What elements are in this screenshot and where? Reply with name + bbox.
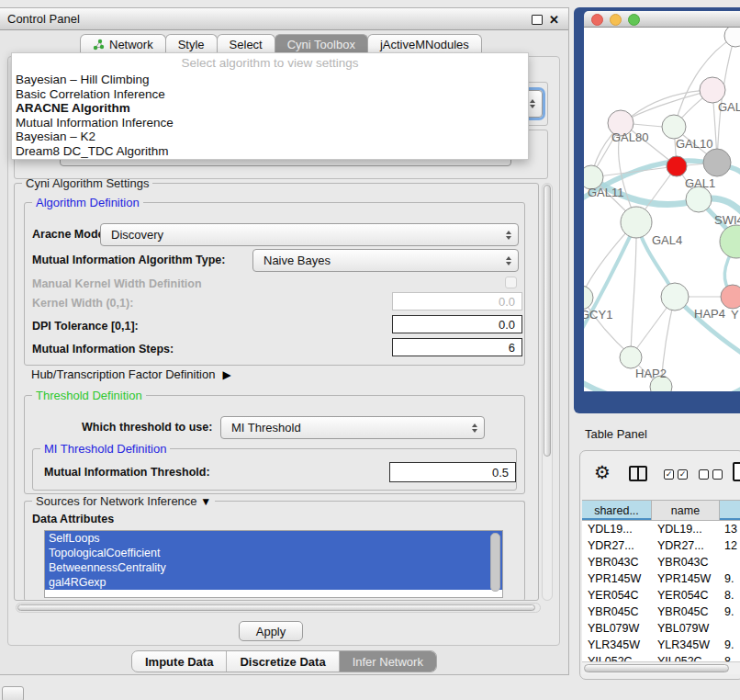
settings-vertical-scrollbar[interactable] xyxy=(542,183,553,601)
hscroll-thumb[interactable] xyxy=(17,604,535,611)
node-label: GCY1 xyxy=(584,308,612,322)
node-hap2[interactable] xyxy=(620,346,642,368)
manual-kernel-width-checkbox xyxy=(505,277,517,288)
node-hap4[interactable] xyxy=(661,283,689,310)
aracne-mode-value: Discovery xyxy=(111,228,163,242)
node-label: GAL1 xyxy=(685,176,715,190)
data-attributes-list[interactable]: SelfLoops TopologicalCoefficient Between… xyxy=(44,530,503,598)
algorithm-option[interactable]: Bayesian – Hill Climbing xyxy=(12,73,528,87)
table-panel: ⚙ ✓ ✓ shared... name A YDL19...YDL19...1… xyxy=(579,450,740,680)
node-salmon[interactable] xyxy=(721,285,740,309)
table-row[interactable]: YBR043CYBR043C xyxy=(582,554,740,570)
node-top-right[interactable] xyxy=(724,28,740,47)
deselect-all-icon[interactable] xyxy=(699,469,723,480)
aracne-mode-combobox[interactable]: Discovery xyxy=(100,223,519,246)
algorithm-definition-legend: Algorithm Definition xyxy=(32,196,143,209)
node-label: GAL80 xyxy=(611,130,648,144)
node-swi4[interactable] xyxy=(686,186,712,212)
column-header-name[interactable]: name xyxy=(652,501,720,521)
tab-style[interactable]: Style xyxy=(165,34,218,54)
cyni-algorithm-settings-group: Cyni Algorithm Settings Algorithm Defini… xyxy=(14,183,539,601)
node-label: GAL11 xyxy=(588,186,624,199)
network-glyph-icon xyxy=(93,39,105,51)
screenshot-stage: Control Panel ✕ Network Style Select Cyn… xyxy=(0,0,740,700)
hub-definition-expander[interactable]: Hub/Transcription Factor Definition ▶ xyxy=(31,367,231,381)
tab-select[interactable]: Select xyxy=(217,34,275,54)
attributes-list-scrollbar[interactable] xyxy=(490,533,500,592)
table-row[interactable]: YBL079WYBL079W xyxy=(582,620,740,637)
table-row[interactable]: YBR045CYBR045C9. xyxy=(582,604,740,620)
table-row[interactable]: YER054CYER054C8. xyxy=(582,587,740,604)
attribute-item[interactable]: SelfLoops xyxy=(45,531,502,546)
tab-cyni-toolbox[interactable]: Cyni Toolbox xyxy=(275,34,368,54)
edge xyxy=(591,166,677,177)
table-row[interactable]: YLR345WYLR345W9. xyxy=(582,637,740,653)
control-panel-window: Control Panel ✕ Network Style Select Cyn… xyxy=(0,7,569,675)
algorithm-option[interactable]: Basic Correlation Inference xyxy=(12,87,528,102)
network-window-titlebar[interactable] xyxy=(584,11,740,28)
tab-impute-data[interactable]: Impute Data xyxy=(132,651,226,672)
table-row[interactable]: YDR27...YDR27...12 xyxy=(582,537,740,554)
table-row[interactable]: YDL19...YDL19...13 xyxy=(582,521,740,537)
table-toolbar: ⚙ ✓ ✓ xyxy=(580,457,740,493)
mac-close-icon[interactable] xyxy=(591,14,603,26)
node-gray[interactable] xyxy=(703,149,731,176)
control-panel-titlebar: Control Panel ✕ xyxy=(0,8,568,30)
node-label: HAP2 xyxy=(635,367,667,380)
node-gcy1[interactable] xyxy=(584,286,593,310)
algorithm-option-selected[interactable]: ARACNE Algorithm xyxy=(12,101,528,116)
node-label: SWI4 xyxy=(714,213,740,227)
settings-horizontal-scrollbar[interactable] xyxy=(16,603,541,613)
tab-network[interactable]: Network xyxy=(80,34,166,54)
kernel-width-field: 0.0 xyxy=(392,292,522,310)
table-header-row: shared... name A xyxy=(582,500,740,521)
node-green-right[interactable] xyxy=(720,225,740,258)
node-gal-top[interactable] xyxy=(700,77,725,103)
mac-zoom-icon[interactable] xyxy=(628,14,640,26)
mi-threshold-definition-group: MI Threshold Definition Mutual Informati… xyxy=(32,448,517,491)
attribute-item[interactable]: BetweennessCentrality xyxy=(45,560,502,575)
node-gal4[interactable] xyxy=(621,207,652,238)
float-window-icon[interactable] xyxy=(532,15,543,25)
minimized-panel-icon[interactable] xyxy=(2,686,24,700)
tab-network-label: Network xyxy=(109,38,153,51)
column-header-partial[interactable]: A xyxy=(720,501,740,521)
table-hscroll-thumb[interactable] xyxy=(584,664,729,672)
tab-infer-network[interactable]: Infer Network xyxy=(339,651,436,672)
close-icon[interactable]: ✕ xyxy=(549,14,559,26)
algorithm-definition-group: Algorithm Definition Aracne Mode: Discov… xyxy=(24,202,525,366)
mac-minimize-icon[interactable] xyxy=(610,14,622,26)
network-view-window: GAL GAL80 GAL10 GAL1 GAL11 SWI4 GAL4 GCY… xyxy=(574,7,740,413)
vscroll-thumb[interactable] xyxy=(544,185,551,457)
select-all-icon[interactable]: ✓ ✓ xyxy=(664,469,688,480)
table-panel-title: Table Panel xyxy=(585,427,647,441)
node-gal10[interactable] xyxy=(662,115,686,139)
attribute-item[interactable]: gal4RGexp xyxy=(45,575,502,590)
new-document-icon[interactable] xyxy=(733,462,740,481)
tab-discretize-data[interactable]: Discretize Data xyxy=(226,651,338,672)
attribute-item[interactable]: TopologicalCoefficient xyxy=(45,546,502,560)
algorithm-option[interactable]: Mutual Information Inference xyxy=(12,116,528,130)
table-horizontal-scrollbar[interactable] xyxy=(582,661,740,674)
mi-steps-field[interactable]: 6 xyxy=(392,338,522,356)
expander-expanded-icon: ▼ xyxy=(200,495,211,508)
tab-jactivemnodules[interactable]: jActiveMNodules xyxy=(367,34,482,54)
node-label: Y xyxy=(731,308,739,322)
algorithm-option[interactable]: Dream8 DC_TDC Algorithm xyxy=(12,144,528,159)
mi-algorithm-type-combobox[interactable]: Naive Bayes xyxy=(252,249,519,272)
mi-steps-label: Mutual Information Steps: xyxy=(32,340,174,358)
network-canvas[interactable]: GAL GAL80 GAL10 GAL1 GAL11 SWI4 GAL4 GCY… xyxy=(584,28,740,391)
node-label: GAL4 xyxy=(652,233,682,247)
mi-algorithm-type-label: Mutual Information Algorithm Type: xyxy=(32,249,225,272)
table-row[interactable]: YPR145WYPR145W9. xyxy=(582,570,740,587)
column-header-shared-name[interactable]: shared... xyxy=(582,501,652,521)
sources-legend[interactable]: Sources for Network Inference ▼ xyxy=(32,494,215,508)
apply-button[interactable]: Apply xyxy=(239,621,303,641)
which-threshold-combobox[interactable]: MI Threshold xyxy=(220,416,485,439)
mi-threshold-field[interactable]: 0.5 xyxy=(389,462,516,482)
split-view-icon[interactable] xyxy=(629,466,647,481)
gear-icon[interactable]: ⚙ xyxy=(594,463,611,481)
node-gal1-red[interactable] xyxy=(667,156,687,176)
algorithm-option[interactable]: Bayesian – K2 xyxy=(12,130,528,144)
dpi-tolerance-field[interactable]: 0.0 xyxy=(392,315,522,333)
